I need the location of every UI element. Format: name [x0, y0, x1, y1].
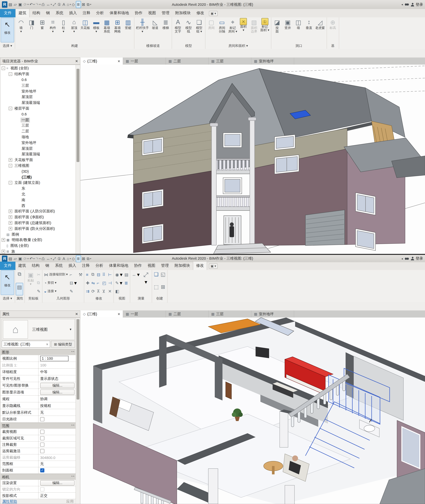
measure-along-icon[interactable]: ⤢▾	[140, 270, 151, 296]
measure-icon[interactable]: ⤢	[52, 1, 57, 8]
ribbon-tab-体量和场地[interactable]: 体量和场地	[107, 9, 132, 17]
switch-windows-icon[interactable]: ⧉	[86, 1, 90, 8]
default-3d-icon[interactable]: ⌂	[66, 1, 70, 8]
tree-item[interactable]: +▦明细表/数量 (全部)	[0, 237, 76, 243]
join-geometry-icon[interactable]: ◒连接 ▾	[43, 287, 69, 295]
dropdown-arrow-icon[interactable]: ▾	[39, 257, 40, 260]
split-gap-icon[interactable]: ⊣	[107, 279, 113, 287]
collapse-search-icon[interactable]: ◂	[401, 3, 403, 6]
property-row[interactable]: 显示隐藏线按规程	[1, 402, 76, 409]
expand-icon[interactable]: +	[2, 238, 5, 242]
sign-in-label[interactable]: 登录	[416, 256, 423, 261]
ui-toggle-icon[interactable]: ▤	[8, 1, 13, 8]
create-assembly-icon[interactable]: ⬚	[153, 283, 160, 295]
dropdown-arrow-icon[interactable]: ▾	[51, 257, 52, 260]
ribbon-tab-钢[interactable]: 钢	[42, 262, 52, 270]
split-icon[interactable]: ⊟	[96, 270, 101, 279]
property-row[interactable]: 范围框无	[1, 461, 76, 467]
property-row[interactable]: 剖面框✓	[1, 467, 76, 474]
trim-corner-icon[interactable]: ⌐	[96, 279, 101, 287]
window-icon[interactable]: ⊞窗	[37, 18, 47, 43]
property-row[interactable]: 规程协调	[1, 396, 76, 402]
rotate-icon[interactable]: ⟳	[90, 287, 96, 295]
graphic-display-icon[interactable]: ▤	[123, 270, 129, 279]
tree-item[interactable]: +面积平面 (人防分区面积)	[0, 209, 76, 214]
account-icon[interactable]	[411, 257, 414, 260]
ribbon-display-toggle[interactable]: ▣ ▾	[209, 11, 218, 16]
search-icon[interactable]	[405, 257, 409, 260]
expand-icon[interactable]: +	[9, 158, 12, 162]
railing-icon[interactable]: ╫栏杆扶手 ▾	[135, 18, 150, 43]
ramp-icon[interactable]: ◺坡道	[150, 18, 160, 43]
collapse-chevron-icon[interactable]: ⌃⌃	[71, 424, 74, 427]
ribbon-tab-视图[interactable]: 视图	[145, 9, 159, 17]
property-row[interactable]: 详细程度中等	[1, 369, 76, 375]
close-icon[interactable]: ✕	[75, 312, 78, 316]
tree-item[interactable]: 二层	[0, 128, 76, 134]
thin-lines-icon[interactable]: ≣	[76, 255, 81, 262]
close-icon[interactable]: ✕	[118, 312, 120, 316]
redo-icon[interactable]: ↷	[35, 1, 39, 8]
ribbon-tab-系统[interactable]: 系统	[53, 9, 66, 17]
tree-item[interactable]: 三层	[0, 123, 76, 128]
checkbox-unchecked[interactable]	[40, 430, 44, 434]
property-row[interactable]: 远剪裁偏移304800.0	[1, 454, 76, 461]
checkbox-unchecked[interactable]	[40, 436, 44, 440]
view-tab-{三维}[interactable]: ◇{三维}✕	[80, 58, 123, 65]
property-row[interactable]: 视图比例1 : 100	[1, 355, 76, 362]
tree-item[interactable]: -结构平面	[0, 71, 76, 77]
ribbon-tab-文件[interactable]: 文件	[0, 262, 15, 270]
model-group-icon[interactable]: ❏模型 组 ▾	[194, 18, 205, 43]
tree-item[interactable]: 室外地坪	[0, 88, 76, 94]
view-tab-三层[interactable]: ▦三层	[209, 310, 251, 317]
save-icon[interactable]: ▣	[18, 1, 23, 8]
expand-icon[interactable]: +	[9, 227, 12, 230]
tree-item[interactable]: +面积平面 (总建筑面积)	[0, 220, 76, 226]
dropdown-arrow-icon[interactable]: ▾	[39, 3, 40, 6]
tree-item[interactable]: -立面 (建筑立面)	[0, 180, 76, 186]
print-icon[interactable]: ⎙	[41, 255, 45, 262]
revit-logo[interactable]: R	[2, 1, 7, 8]
checkbox-unchecked[interactable]	[40, 443, 44, 447]
tree-item[interactable]: 场地	[0, 134, 76, 140]
tree-item[interactable]: 屋顶最顶端	[0, 100, 76, 105]
roof-icon[interactable]: ⌂屋顶 ▾	[69, 18, 80, 43]
view-tab-室外地坪[interactable]: ▦室外地坪	[252, 58, 294, 65]
property-row[interactable]: 比例值 1:100	[1, 362, 76, 369]
ribbon-tab-修改[interactable]: 修改	[193, 261, 207, 270]
text-icon[interactable]: A	[62, 1, 66, 8]
properties-scrollbar[interactable]	[76, 318, 80, 504]
property-row[interactable]: 零件可见性显示原状态	[1, 375, 76, 382]
ribbon-tab-视图[interactable]: 视图	[145, 262, 158, 270]
checkbox-unchecked[interactable]	[40, 449, 44, 453]
shaft-icon[interactable]: ▣竖井	[282, 18, 293, 43]
collapse-search-icon[interactable]: ◂	[401, 257, 403, 260]
tree-item[interactable]: -三维视图	[0, 163, 76, 169]
curtain-system-icon[interactable]: ▦幕墙 系统	[101, 18, 112, 43]
tree-item[interactable]: 屋顶最顶端	[0, 151, 76, 157]
ribbon-tab-分析[interactable]: 分析	[93, 262, 106, 270]
type-properties-icon[interactable]: ⧉	[16, 270, 23, 283]
tree-item[interactable]: 东	[0, 186, 76, 191]
cursor[interactable]: ↖修改	[1, 270, 14, 295]
switch-windows-icon[interactable]: ⧉	[86, 255, 90, 262]
ribbon-tab-体量和场地[interactable]: 体量和场地	[106, 262, 131, 270]
linework-icon[interactable]: ✎▾	[114, 279, 123, 287]
property-row[interactable]: 远剪裁激活	[1, 448, 76, 454]
property-group-相机[interactable]: 相机⌃⌃	[1, 474, 76, 480]
account-icon[interactable]	[411, 3, 414, 6]
wall-opening-icon[interactable]: ◫墙	[293, 18, 304, 43]
save-icon[interactable]: ▣	[18, 255, 23, 262]
view-tab-二层[interactable]: ▦二层	[166, 58, 209, 65]
tree-item[interactable]: 西	[0, 203, 76, 209]
create-parts-icon[interactable]: ⊞	[160, 283, 166, 295]
demolish-icon[interactable]: ⚒	[78, 270, 83, 279]
cut-geometry-icon[interactable]: ◔剪切 ▾	[43, 279, 69, 287]
reveal-hidden-icon[interactable]: ◉▾	[114, 270, 123, 279]
close-hidden-icon[interactable]: ⊠	[81, 1, 86, 8]
tag-icon[interactable]: ①	[57, 255, 62, 262]
ribbon-tab-结构[interactable]: 结构	[30, 9, 43, 17]
array-icon[interactable]: ⠿	[101, 270, 107, 279]
join-end-cut-icon[interactable]: ⋈连接端切割 ▾	[43, 270, 69, 279]
mirror-axis-icon[interactable]: ⇋	[90, 279, 96, 287]
